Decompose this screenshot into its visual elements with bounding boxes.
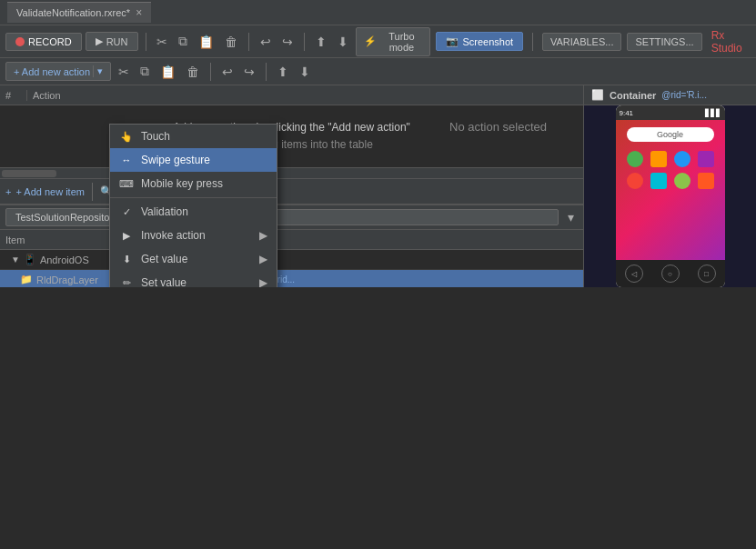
menu-item-label: Get value	[141, 253, 187, 265]
menu-item-swipe-gesture[interactable]: ↔ Swipe gesture	[110, 148, 277, 172]
android-icon: 📱	[24, 254, 36, 265]
phone-main: Google	[616, 120, 725, 260]
context-menu: 👆 Touch ↔ Swipe gesture ⌨ Mobile key pre…	[109, 124, 277, 287]
menu-item-validation[interactable]: ✓ Validation	[110, 200, 277, 224]
add-new-action-button[interactable]: + Add new action ▾	[5, 62, 111, 81]
phone-icon-7	[674, 173, 690, 189]
menu-item-get-value[interactable]: ⬇ Get value ▶	[110, 247, 277, 271]
search-options-button[interactable]: ▾	[564, 208, 578, 226]
menu-item-set-value[interactable]: ✏ Set value ▶	[110, 271, 277, 287]
redo-action-button[interactable]: ↪	[240, 63, 258, 81]
phone-screen: 9:41 ▋▋▋ Google	[584, 105, 756, 287]
items-table: Item Comment ▼ 📱 AndroidOS //itle='Andro…	[0, 230, 583, 287]
menu-separator	[110, 197, 277, 198]
delete-button[interactable]: 🗑	[221, 33, 241, 51]
undo-action-button[interactable]: ↩	[218, 63, 237, 81]
right-panel: ⬜ Container @rid='R.i... 9:41 ▋▋▋ Google	[583, 85, 756, 287]
phone-app-icons-2	[627, 173, 714, 189]
sep-6	[266, 63, 267, 81]
sep-2	[248, 33, 249, 51]
run-button[interactable]: ▶ RUN	[86, 32, 138, 51]
phone-icon-8	[698, 173, 714, 189]
phone-icon-5	[627, 173, 643, 189]
close-tab-button[interactable]: ×	[136, 6, 142, 19]
horizontal-scrollbar[interactable]	[0, 167, 583, 178]
col-action-header: Action	[27, 90, 583, 101]
menu-item-label: Invoke action	[141, 229, 206, 242]
table-row[interactable]: ▼ 📱 AndroidOS //itle='Android OS']	[0, 250, 583, 270]
rid-label: @rid='R.i...	[661, 90, 707, 100]
set-value-icon: ✏	[119, 275, 134, 287]
dropdown-arrow-icon[interactable]: ▾	[93, 65, 103, 77]
table-row[interactable]: 📁 RldDragLayer //r.id.content']/?/?/cont…	[0, 270, 583, 287]
submenu-arrow-icon: ▶	[259, 276, 267, 287]
cut-action-button[interactable]: ✂	[115, 63, 133, 81]
paste-button[interactable]: 📋	[195, 33, 217, 51]
phone-app-icons	[627, 151, 714, 167]
copy-action-button[interactable]: ⧉	[136, 62, 153, 81]
turbo-icon: ⚡	[364, 35, 377, 47]
delete-action-button[interactable]: 🗑	[183, 63, 203, 81]
copy-button[interactable]: ⧉	[175, 32, 191, 51]
record-button[interactable]: RECORD	[5, 33, 82, 51]
menu-item-label: Touch	[141, 130, 170, 143]
invoke-action-icon: ▶	[119, 228, 134, 243]
container-icon: ⬜	[591, 89, 604, 101]
title-bar: ValidateNotification.rxrec* ×	[0, 0, 756, 25]
plus-icon: +	[5, 186, 11, 197]
nav-back-button[interactable]: ◁	[625, 265, 643, 283]
menu-item-touch[interactable]: 👆 Touch	[110, 125, 277, 148]
action-table: # Action Add new actions by clicking the…	[0, 85, 583, 167]
second-toolbar: + Add new action ▾ ✂ ⧉ 📋 🗑 ↩ ↪ ⬆ ⬇	[0, 58, 756, 85]
menu-item-label: Swipe gesture	[141, 154, 210, 166]
paste-action-button[interactable]: 📋	[156, 63, 179, 81]
left-panel: # Action Add new actions by clicking the…	[0, 85, 583, 287]
phone-nav-bar: ◁ ○ □	[616, 260, 725, 287]
undo-button[interactable]: ↩	[257, 33, 275, 51]
screenshot-button[interactable]: 📷 Screenshot	[436, 32, 523, 51]
main-area: # Action Add new actions by clicking the…	[0, 85, 756, 287]
folder-icon: 📁	[20, 274, 33, 285]
right-header: ⬜ Container @rid='R.i...	[584, 85, 756, 105]
cut-button[interactable]: ✂	[153, 33, 171, 51]
phone-status-bar: 9:41 ▋▋▋	[616, 105, 725, 120]
menu-item-label: Validation	[141, 205, 188, 218]
run-icon: ▶	[96, 35, 103, 47]
validation-icon: ✓	[119, 205, 134, 219]
move-down-button[interactable]: ⬇	[296, 63, 314, 81]
scroll-thumb[interactable]	[2, 170, 56, 177]
get-value-icon: ⬇	[119, 252, 134, 266]
phone-search-bar: Google	[627, 127, 714, 142]
expand-icon[interactable]: ▼	[11, 255, 20, 265]
redo-button[interactable]: ↪	[278, 33, 297, 51]
submenu-arrow-icon: ▶	[259, 253, 267, 265]
add-new-item-button[interactable]: + + Add new item	[5, 186, 85, 197]
tree-toolbar: + + Add new item 🔍 Track "	[0, 179, 583, 205]
table-header: # Action	[0, 85, 583, 105]
no-action-selected: No action selected	[449, 120, 547, 134]
down-button[interactable]: ⬇	[334, 33, 352, 51]
record-dot-icon	[15, 37, 25, 46]
phone-icon-3	[674, 151, 690, 167]
sep-7	[92, 183, 93, 201]
variables-button[interactable]: VARIABLES...	[542, 33, 622, 51]
nav-home-button[interactable]: ○	[661, 265, 680, 283]
move-up-button[interactable]: ⬆	[274, 63, 292, 81]
col-hash-header: #	[0, 90, 27, 101]
menu-item-mobile-key-press[interactable]: ⌨ Mobile key press	[110, 172, 277, 195]
toolbar-right: ⚡ Turbo mode 📷 Screenshot VARIABLES... S…	[356, 27, 751, 56]
table-body: Add new actions by clicking the "Add new…	[0, 105, 583, 167]
menu-item-invoke-action[interactable]: ▶ Invoke action ▶	[110, 224, 277, 247]
android-label: AndroidOS	[40, 255, 89, 265]
items-area: + + Add new item 🔍 Track " TestSolutionR…	[0, 178, 583, 287]
repo-bar: TestSolutionRepository ▾	[0, 205, 583, 230]
nav-recent-button[interactable]: □	[698, 265, 716, 283]
sep-3	[304, 33, 305, 51]
turbo-mode-button[interactable]: ⚡ Turbo mode	[356, 27, 430, 56]
mobile-key-press-icon: ⌨	[119, 176, 134, 191]
title-tab[interactable]: ValidateNotification.rxrec* ×	[7, 2, 151, 23]
sep-1	[146, 33, 146, 51]
container-label: Container	[610, 90, 656, 101]
settings-button[interactable]: SETTINGS...	[627, 33, 701, 51]
up-button[interactable]: ⬆	[312, 33, 330, 51]
